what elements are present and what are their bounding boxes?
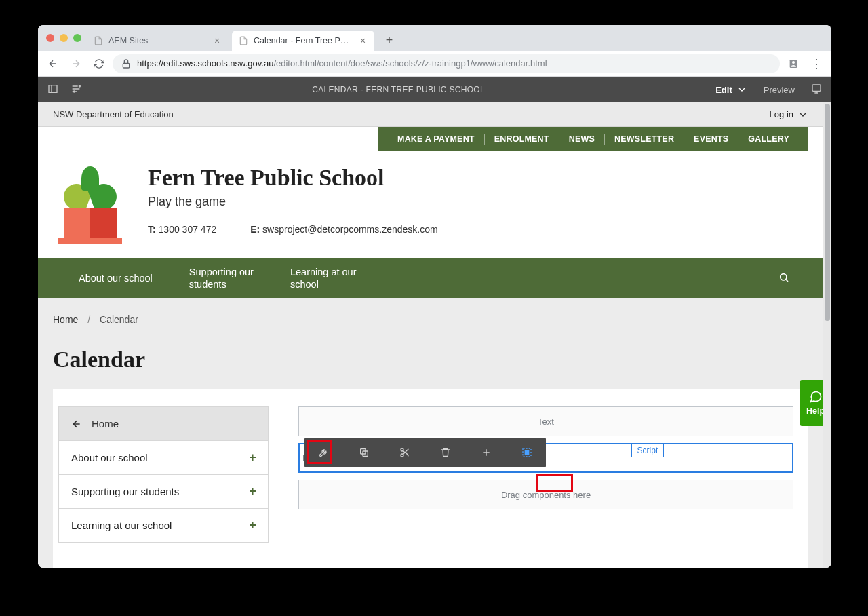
content-pane: NSW Department of Education Log in MAKE … [38,102,831,568]
group-icon [521,447,532,458]
breadcrumb-current: Calendar [100,314,138,325]
annotation-highlight-script [536,474,573,492]
util-enrolment[interactable]: ENROLMENT [485,134,559,144]
page-title: Calendar [53,347,808,372]
page-info-icon[interactable] [71,83,81,96]
scroll-thumb[interactable] [825,104,830,321]
expand-icon[interactable]: + [237,441,268,474]
url-domain: https://edit.sws.schools.nsw.gov.au/edit… [137,58,547,69]
side-row-about[interactable]: About our school + [59,440,268,474]
util-newsletter[interactable]: NEWSLETTER [605,134,684,144]
window-zoom-icon[interactable] [73,34,81,42]
tab-label: Calendar - Fern Tree Public Sc [254,36,353,45]
side-panel-icon[interactable] [47,83,58,96]
school-name: Fern Tree Public School [148,165,438,191]
url-bar[interactable]: https://edit.sws.schools.nsw.gov.au/edit… [113,54,780,73]
nav-supporting[interactable]: Supporting our students [189,266,254,290]
cut-button[interactable] [390,440,420,465]
tab-label: AEM Sites [108,36,206,45]
util-news[interactable]: NEWS [559,134,604,144]
expand-icon[interactable]: + [237,509,268,542]
preview-button[interactable]: Preview [764,85,795,95]
insert-button[interactable] [471,440,501,465]
lock-icon [121,58,132,69]
svg-point-7 [781,273,787,280]
copy-icon [359,447,370,458]
profile-button[interactable] [784,54,803,73]
breadcrumb-home[interactable]: Home [53,314,78,325]
util-gallery[interactable]: GALLERY [738,134,799,144]
annotate-icon[interactable] [811,83,822,96]
browser-window: AEM Sites × Calendar - Fern Tree Public … [38,25,831,568]
primary-nav: About our school Supporting our students… [38,258,823,298]
new-tab-button[interactable]: + [380,31,399,50]
school-phone: T: 1300 307 472 [148,224,216,235]
chevron-down-icon [797,109,808,120]
tab-strip: AEM Sites × Calendar - Fern Tree Public … [38,25,831,51]
page-icon [239,36,248,45]
side-row-learning[interactable]: Learning at our school + [59,508,268,542]
edit-mode-button[interactable]: Edit [715,84,747,95]
aem-page-title: CALENDAR - FERN TREE PUBLIC SCHOOL [81,85,715,94]
svg-rect-0 [123,63,129,68]
side-home[interactable]: Home [59,407,268,440]
svg-point-2 [792,61,795,64]
svg-point-5 [73,91,75,92]
page-icon [94,36,103,45]
annotation-highlight-wrench [307,440,332,464]
chevron-down-icon [736,84,747,95]
side-row-supporting[interactable]: Supporting our students + [59,474,268,508]
trash-icon [440,447,451,458]
school-logo [53,165,127,246]
scissors-icon [399,447,410,458]
nav-about[interactable]: About our school [79,273,153,284]
close-icon[interactable]: × [212,36,222,45]
copy-button[interactable] [349,440,379,465]
svg-rect-13 [525,450,528,454]
close-icon[interactable]: × [358,36,368,45]
reload-button[interactable] [90,54,108,73]
svg-point-4 [79,85,80,87]
text-component-placeholder[interactable]: Text [298,406,793,436]
utility-nav: MAKE A PAYMENT ENROLMENT NEWS NEWSLETTER… [378,127,808,151]
arrow-left-icon [71,419,82,429]
kebab-menu-icon[interactable]: ⋮ [807,54,826,73]
expand-icon[interactable]: + [237,475,268,508]
school-email: E: swsproject@detcorpcomms.zendesk.com [250,224,437,235]
back-button[interactable] [43,54,62,73]
window-close-icon[interactable] [46,34,54,42]
component-toolbar [304,438,546,467]
search-icon[interactable] [778,272,789,285]
scrollbar[interactable] [823,102,831,568]
side-nav: Home About our school + Supporting our s… [58,406,269,543]
login-link[interactable]: Log in [770,109,808,120]
toolbar-row: https://edit.sws.schools.nsw.gov.au/edit… [38,51,831,77]
nav-learning[interactable]: Learning at our school [290,266,357,290]
tab-aem-sites[interactable]: AEM Sites × [87,31,229,51]
aem-editor-bar: CALENDAR - FERN TREE PUBLIC SCHOOL Edit … [38,77,831,102]
util-make-payment[interactable]: MAKE A PAYMENT [388,134,484,144]
school-tagline: Play the game [148,195,438,209]
dept-label: NSW Department of Education [53,109,174,119]
util-events[interactable]: EVENTS [684,134,738,144]
forward-button[interactable] [66,54,85,73]
parent-button[interactable] [512,440,542,465]
plus-icon [481,447,492,458]
component-tag: Script [631,444,665,457]
window-minimize-icon[interactable] [60,34,68,42]
site-header: MAKE A PAYMENT ENROLMENT NEWS NEWSLETTER… [38,127,823,258]
svg-rect-6 [812,85,821,91]
chat-icon [808,390,823,404]
delete-button[interactable] [431,440,460,465]
svg-rect-3 [49,85,57,92]
breadcrumb: Home / Calendar [53,314,808,325]
dept-bar: NSW Department of Education Log in [38,102,823,127]
tab-calendar[interactable]: Calendar - Fern Tree Public Sc × [232,31,374,51]
